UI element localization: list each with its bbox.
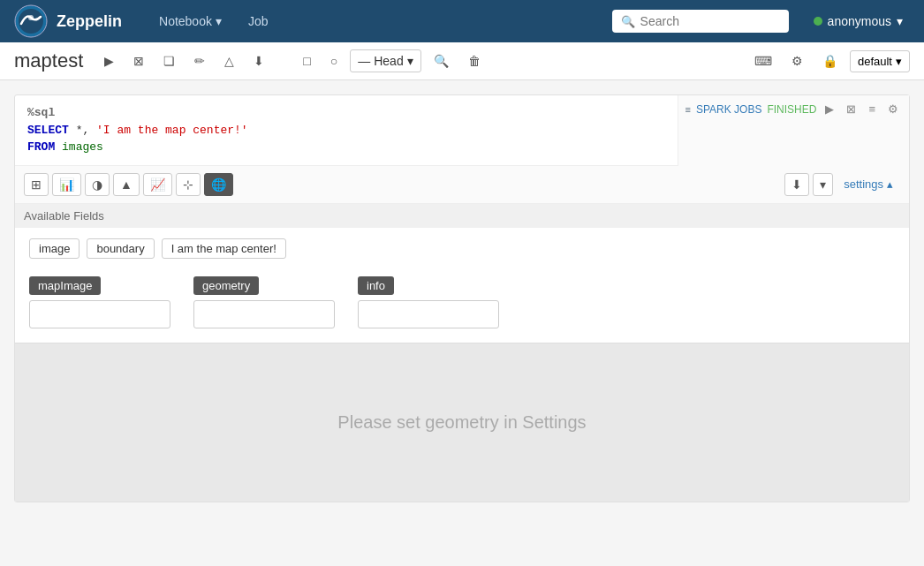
interpreter-dropdown-icon [896,55,902,68]
table-view-button[interactable]: ⊞ [24,173,49,196]
user-online-indicator [814,17,822,26]
branch-selector[interactable]: — Head [350,49,420,72]
branch-dropdown-icon [407,54,413,68]
edit-button[interactable]: ✏ [187,49,212,72]
interpreter-name: default [858,55,892,68]
column-dropzones: mapImage geometry info [29,276,895,328]
area-chart-button[interactable]: ▲ [113,173,140,196]
mapimage-dropzone[interactable] [29,300,170,328]
run-all-button[interactable]: ▶ [97,49,121,72]
spark-jobs-bar: ≡ SPARK JOBS FINISHED ▶ ⊠ ≡ ⚙ [685,101,903,117]
para-menu-button[interactable]: ≡ [865,101,879,117]
mapimage-label: mapImage [29,276,101,295]
right-toolbar: ⌨ ⚙ 🔒 default [747,49,910,72]
geometry-dropzone[interactable] [193,300,335,328]
navbar: Zeppelin Notebook Job 🔍 anonymous [0,0,924,42]
available-fields-section: Available Fields image boundary I am the… [15,204,909,343]
branch-name: Head [374,54,403,68]
fields-header: Available Fields [15,204,909,228]
viz-toolbar: ⊞ 📊 ◑ ▲ 📈 ⊹ 🌐 ⬇ ▾ settings [15,166,909,204]
version-control-button[interactable]: □ [296,49,317,72]
lock-button[interactable]: 🔒 [815,49,844,72]
clear-all-button[interactable]: ⊠ [126,49,151,72]
svg-point-2 [28,15,34,20]
map-placeholder: Please set geometry in Settings [15,343,909,502]
search-box: 🔍 [612,10,789,33]
user-dropdown-icon [897,14,903,28]
geometry-col: geometry [193,276,344,328]
code-star: *, [76,124,96,137]
brand-name: Zeppelin [57,12,122,31]
info-col: info [358,276,508,328]
job-link[interactable]: Job [238,9,279,34]
scatter-chart-button[interactable]: ⊹ [176,173,201,196]
info-dropzone[interactable] [358,300,499,328]
user-menu[interactable]: anonymous [807,11,910,32]
settings-toggle[interactable]: settings [837,174,900,194]
search-icon: 🔍 [621,15,635,28]
main-content: %sql SELECT *, 'I am the map center!' FR… [0,80,924,527]
code-editor[interactable]: %sql SELECT *, 'I am the map center!' FR… [15,95,678,166]
code-directive: %sql [27,106,55,119]
clone-button[interactable]: ❏ [156,49,182,72]
pie-chart-button[interactable]: ◑ [85,173,110,196]
export-button[interactable]: △ [217,49,241,72]
download-dropdown-button[interactable]: ▾ [813,173,833,196]
mapimage-col: mapImage [29,276,179,328]
search-paragraph-button[interactable]: 🔍 [427,49,456,72]
field-tag-map-center[interactable]: I am the map center! [162,238,286,259]
line-chart-button[interactable]: 📈 [143,173,172,196]
field-tag-boundary[interactable]: boundary [87,238,154,259]
zeppelin-logo [14,4,48,38]
map-view-button[interactable]: 🌐 [204,173,233,196]
keyword-select: SELECT [27,124,69,137]
spark-bars-icon: ≡ [685,104,691,115]
code-table: images [62,140,103,154]
spark-jobs-label[interactable]: SPARK JOBS [696,103,761,116]
paragraph-cell: %sql SELECT *, 'I am the map center!' FR… [14,94,910,502]
status-badge: FINISHED [767,103,816,116]
download-result-button[interactable]: ⬇ [784,173,809,196]
geometry-label: geometry [193,276,259,295]
delete-button[interactable]: 🗑 [461,49,488,72]
notebook-toolbar: maptest ▶ ⊠ ❏ ✏ △ ⬇ □ ○ — Head 🔍 🗑 ⌨ ⚙ 🔒… [0,42,924,80]
run-paragraph-button[interactable]: ▶ [822,101,837,117]
para-expand-button[interactable]: ⊠ [843,101,860,117]
notebook-title: maptest [14,49,83,72]
notebook-link[interactable]: Notebook [148,9,232,34]
download-button[interactable]: ⬇ [246,49,271,72]
username: anonymous [828,14,891,28]
bar-chart-button[interactable]: 📊 [52,173,81,196]
interpreter-selector[interactable]: default [850,50,910,72]
field-tags-list: image boundary I am the map center! [29,238,895,259]
settings-chevron-icon [887,177,893,191]
nav-links: Notebook Job [148,9,279,34]
info-label: info [358,276,394,295]
brand-logo-link[interactable]: Zeppelin [14,4,122,38]
para-settings-button[interactable]: ⚙ [884,101,902,117]
notebook-dropdown-icon [216,14,222,28]
cog-button[interactable]: ⚙ [784,49,810,72]
search-input[interactable] [640,14,780,28]
field-tag-image[interactable]: image [29,238,80,259]
keyboard-shortcut-button[interactable]: ⌨ [747,49,779,72]
keyword-from: FROM [27,140,55,154]
settings-2-button[interactable]: ○ [323,49,345,72]
code-string: 'I am the map center!' [96,124,248,137]
